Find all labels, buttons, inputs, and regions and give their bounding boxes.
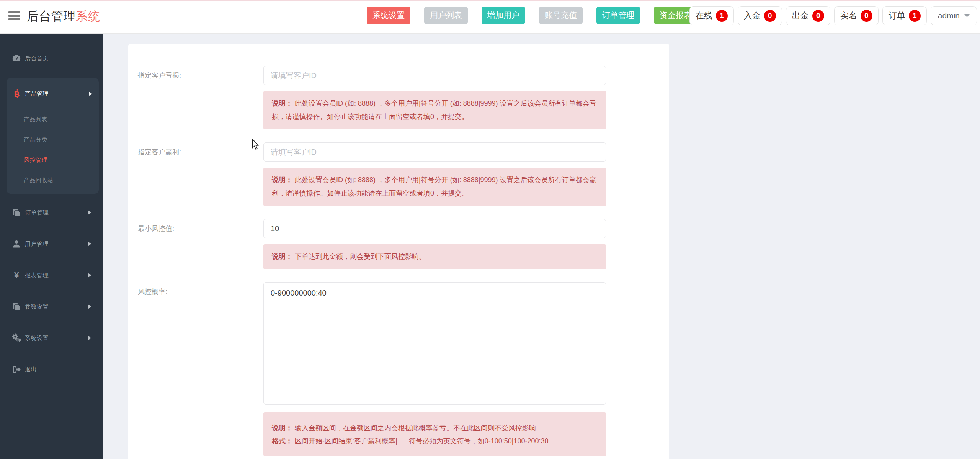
submenu-item-label-active: 风控管理	[24, 157, 47, 164]
chevron-right-icon	[89, 91, 92, 96]
sidebar-item-system-settings[interactable]: 系统设置	[0, 322, 103, 354]
order-counter-label: 订单	[889, 10, 905, 21]
win-customer-input[interactable]	[263, 142, 606, 162]
sidebar-item-label: 后台首页	[25, 55, 49, 62]
order-counter[interactable]: 订单 1	[882, 6, 927, 25]
sidebar-item-risk-management-active[interactable]: 风控管理	[7, 150, 99, 170]
withdraw-counter-label: 出金	[792, 10, 809, 21]
sidebar-nav: 后台首页 B 产品管理 产品列表 产品分类 风控管理	[0, 34, 103, 459]
sidebar-item-dashboard[interactable]: 后台首页	[0, 43, 103, 74]
chevron-right-icon	[88, 304, 91, 309]
loss-customer-input[interactable]	[263, 66, 606, 85]
top-accent-stripe	[0, 0, 980, 1]
sidebar-item-parameter-settings[interactable]: 参数设置	[0, 291, 103, 322]
documents-icon	[11, 302, 21, 312]
form-row-risk-probability: 风控概率: 0-900000000:40 说明：输入金额区间，在金额区间之内会根…	[128, 282, 669, 456]
note-bold-prefix: 说明：	[272, 176, 292, 184]
sidebar-item-label: 系统设置	[25, 335, 49, 342]
min-risk-value-label: 最小风控值:	[128, 219, 263, 238]
add-user-button[interactable]: 增加用户	[482, 7, 525, 24]
chevron-down-icon	[964, 14, 970, 17]
realname-counter-badge: 0	[861, 10, 872, 22]
risk-probability-textarea[interactable]: 0-900000000:40	[263, 282, 606, 405]
note-text: 下单达到此金额，则会受到下面风控影响。	[295, 253, 426, 260]
hamburger-menu-icon[interactable]	[8, 11, 20, 21]
form-row-min-risk-value: 最小风控值: 说明：下单达到此金额，则会受到下面风控影响。	[128, 219, 669, 269]
sidebar-item-user-management[interactable]: 用户管理	[0, 228, 103, 260]
deposit-counter[interactable]: 入金 0	[738, 6, 782, 25]
user-icon	[11, 239, 21, 249]
online-counter-badge: 1	[716, 10, 728, 22]
min-risk-value-note: 说明：下单达到此金额，则会受到下面风控影响。	[263, 244, 606, 269]
online-counter[interactable]: 在线 1	[689, 6, 734, 25]
logout-icon	[11, 364, 21, 374]
note-bold-prefix: 说明：	[272, 424, 292, 432]
order-management-button[interactable]: 订单管理	[596, 7, 640, 24]
user-list-button[interactable]: 用户列表	[424, 7, 468, 24]
sidebar-item-report-management[interactable]: ¥ 报表管理	[0, 260, 103, 291]
form-row-win-customer: 指定客户赢利: 说明：此处设置会员ID (如: 8888) ，多个用户用|符号分…	[128, 142, 669, 206]
app-title-accent: 系统	[76, 10, 100, 23]
order-counter-badge: 1	[909, 10, 921, 22]
admin-user-dropdown[interactable]: admin	[931, 6, 977, 25]
yen-icon: ¥	[11, 270, 21, 280]
chevron-right-icon	[88, 273, 91, 278]
svg-text:B: B	[14, 90, 20, 98]
note-line: 格式：区间开始-区间结束:客户赢利概率| 符号必须为英文符号，如0-100:50…	[272, 434, 598, 448]
sidebar-item-label: 用户管理	[25, 240, 49, 248]
app-title: 后台管理系统	[27, 8, 100, 25]
account-recharge-button[interactable]: 账号充值	[539, 7, 583, 24]
documents-icon	[11, 207, 21, 217]
sidebar-item-label: 订单管理	[25, 209, 49, 216]
sidebar-item-label: 参数设置	[25, 303, 49, 310]
sidebar-item-product-category[interactable]: 产品分类	[7, 130, 99, 150]
realname-counter[interactable]: 实名 0	[834, 6, 879, 25]
note-bold-prefix: 说明：	[272, 253, 292, 260]
note-bold-prefix: 格式：	[272, 437, 292, 445]
min-risk-value-input[interactable]	[263, 219, 606, 238]
form-row-loss-customer: 指定客户亏损: 说明：此处设置会员ID (如: 8888) ，多个用户用|符号分…	[128, 44, 669, 129]
sidebar-item-logout[interactable]: 退出	[0, 354, 103, 385]
win-customer-note: 说明：此处设置会员ID (如: 8888) ，多个用户用|符号分开 (如: 88…	[263, 168, 606, 206]
sidebar-item-label: 退出	[25, 366, 37, 373]
note-line: 说明：输入金额区间，在金额区间之内会根据此概率盈亏。不在此区间则不受风控影响	[272, 421, 598, 434]
gears-icon	[11, 333, 21, 343]
sidebar-item-product-management[interactable]: B 产品管理	[7, 78, 99, 109]
sidebar-item-order-management[interactable]: 订单管理	[0, 197, 103, 228]
submenu-item-label: 产品回收站	[24, 177, 54, 184]
realname-counter-label: 实名	[840, 10, 857, 21]
risk-probability-label: 风控概率:	[128, 282, 263, 301]
deposit-counter-label: 入金	[744, 10, 761, 21]
sidebar-item-product-list[interactable]: 产品列表	[7, 109, 99, 130]
top-header-bar: 后台管理系统 系统设置 用户列表 增加用户 账号充值 订单管理 资金报表 在线 …	[0, 0, 980, 34]
withdraw-counter-badge: 0	[812, 10, 824, 22]
header-action-buttons: 系统设置 用户列表 增加用户 账号充值 订单管理 资金报表	[367, 7, 697, 24]
risk-settings-card: 指定客户亏损: 说明：此处设置会员ID (如: 8888) ，多个用户用|符号分…	[128, 44, 669, 459]
online-counter-label: 在线	[696, 10, 712, 21]
chevron-right-icon	[88, 210, 91, 215]
app-title-dark: 后台管理	[27, 10, 76, 23]
sidebar-item-label: 产品管理	[25, 90, 49, 98]
chevron-right-icon	[88, 336, 91, 340]
system-settings-button[interactable]: 系统设置	[367, 7, 410, 24]
sidebar-item-product-recycle[interactable]: 产品回收站	[7, 170, 99, 191]
header-status-area: 在线 1 入金 0 出金 0 实名 0 订单 1 admin	[689, 6, 977, 25]
dashboard-icon	[11, 54, 21, 64]
withdraw-counter[interactable]: 出金 0	[786, 6, 830, 25]
note-text: 此处设置会员ID (如: 8888) ，多个用户用|符号分开 (如: 8888|…	[272, 100, 596, 121]
loss-customer-note: 说明：此处设置会员ID (如: 8888) ，多个用户用|符号分开 (如: 88…	[263, 91, 606, 129]
win-customer-label: 指定客户赢利:	[128, 142, 263, 162]
bitcoin-icon: B	[11, 89, 21, 99]
submenu-item-label: 产品分类	[24, 136, 47, 144]
note-text: 此处设置会员ID (如: 8888) ，多个用户用|符号分开 (如: 8888|…	[272, 176, 596, 197]
note-bold-prefix: 说明：	[272, 100, 292, 107]
deposit-counter-badge: 0	[764, 10, 776, 22]
risk-probability-note: 说明：输入金额区间，在金额区间之内会根据此概率盈亏。不在此区间则不受风控影响 格…	[263, 412, 606, 456]
chevron-right-icon	[88, 242, 91, 246]
note-text: 区间开始-区间结束:客户赢利概率| 符号必须为英文符号，如0-100:50|10…	[295, 437, 549, 445]
sidebar-group-products: B 产品管理 产品列表 产品分类 风控管理 产品回收站	[7, 78, 99, 194]
loss-customer-label: 指定客户亏损:	[128, 66, 263, 85]
note-text: 输入金额区间，在金额区间之内会根据此概率盈亏。不在此区间则不受风控影响	[295, 424, 536, 432]
submenu-item-label: 产品列表	[24, 116, 47, 123]
admin-user-name: admin	[938, 11, 960, 20]
